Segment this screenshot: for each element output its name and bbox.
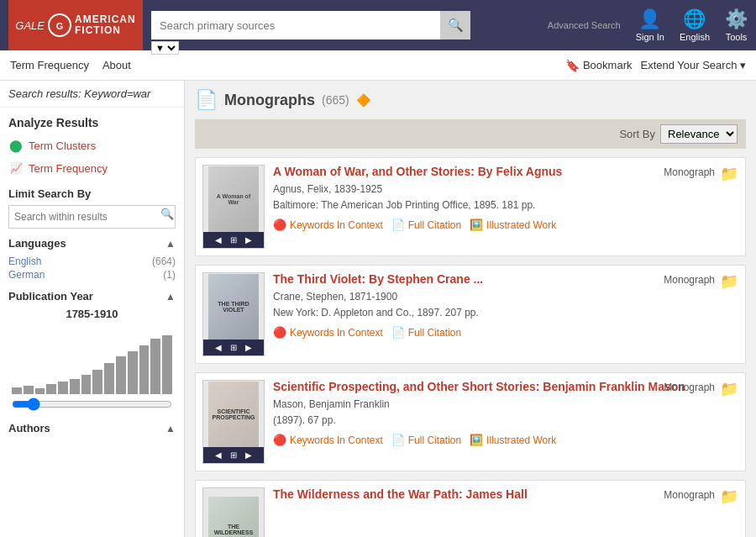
result-meta-1: Agnus, Felix, 1839-1925 Baltimore: The A… [273, 182, 738, 213]
search-dropdown: ▼ [151, 41, 179, 55]
result-meta-line2-3: (1897). 67 pp. [273, 413, 738, 429]
citation-action-1[interactable]: 📄 Full Citation [391, 218, 461, 231]
search-dropdown-select[interactable]: ▼ [151, 41, 179, 55]
chart-bar [128, 351, 138, 394]
chart-bar [92, 370, 102, 394]
rss-icon[interactable]: 🔶 [356, 93, 370, 107]
logo-line2: FICTION [75, 25, 136, 36]
languages-section: Languages ▲ English (664) German (1) [8, 237, 176, 282]
thumb-controls-1: ◀ ⊞ ▶ [203, 232, 264, 248]
chart-bar [58, 382, 68, 394]
languages-header: Languages ▲ [8, 237, 176, 250]
english-label: English [680, 32, 710, 42]
search-results-prefix: Search results: Keyword= [8, 87, 133, 100]
document-icon: 📄 [195, 89, 218, 111]
result-actions-1: 🔴 Keywords In Context 📄 Full Citation 🖼️… [273, 218, 738, 231]
citation-action-2[interactable]: 📄 Full Citation [391, 326, 461, 339]
chart-bar [46, 384, 56, 394]
prev-thumb-btn-1[interactable]: ◀ [213, 234, 224, 245]
term-clusters-icon: ⬤ [8, 138, 24, 153]
next-thumb-btn-2[interactable]: ▶ [243, 342, 255, 353]
search-box: 🔍 ▼ [151, 11, 470, 39]
lang-german-count: (1) [163, 269, 176, 281]
term-clusters-label: Term Clusters [29, 140, 96, 152]
prev-thumb-btn-2[interactable]: ◀ [213, 342, 224, 353]
folder-icon-3[interactable]: 📁 [720, 380, 738, 398]
keywords-label-1: Keywords In Context [290, 219, 383, 231]
term-frequency-item[interactable]: 📈 Term Frequency [8, 159, 176, 177]
folder-icon-4[interactable]: 📁 [720, 487, 738, 506]
search-within-wrap: 🔍 [8, 205, 176, 229]
main-layout: Search results: Keyword=war Analyze Resu… [0, 81, 756, 537]
chart-bar [139, 345, 150, 394]
user-icon: 👤 [638, 8, 661, 30]
grid-thumb-btn-1[interactable]: ⊞ [228, 234, 239, 245]
illustrated-icon-3: 🖼️ [470, 434, 483, 446]
term-clusters-item[interactable]: ⬤ Term Clusters [8, 136, 176, 155]
gear-icon: ⚙️ [725, 8, 748, 30]
section-title: Monographs [224, 92, 315, 109]
folder-icon-1[interactable]: 📁 [720, 165, 738, 183]
illustrated-label-3: Illustrated Work [486, 434, 556, 446]
illustrated-action-3[interactable]: 🖼️ Illustrated Work [470, 434, 556, 446]
pub-year-section: Publication Year ▲ 1785-1910 [8, 290, 176, 413]
illustrated-action-1[interactable]: 🖼️ Illustrated Work [470, 218, 556, 231]
keywords-action-3[interactable]: 🔴 Keywords In Context [273, 434, 383, 446]
year-slider[interactable] [12, 397, 172, 411]
thumb-image-2: THE THIRD VIOLET [203, 273, 264, 340]
globe-icon: 🌐 [683, 8, 706, 30]
nav-right: 🔖 Bookmark Extend Your Search ▾ [565, 59, 746, 72]
nav-about[interactable]: About [102, 59, 131, 71]
lang-english-link[interactable]: English [8, 255, 41, 267]
prev-thumb-btn-3[interactable]: ◀ [213, 450, 224, 461]
search-input[interactable] [151, 11, 470, 39]
keywords-action-2[interactable]: 🔴 Keywords In Context [273, 326, 383, 339]
result-meta-line1-1: Agnus, Felix, 1839-1925 [273, 182, 738, 197]
result-thumbnail-3: SCIENTIFIC PROSPECTING ◀ ⊞ ▶ [202, 380, 265, 464]
result-actions-3: 🔴 Keywords In Context 📄 Full Citation 🖼️… [273, 434, 738, 446]
logo-gale-text: GALE [15, 19, 45, 32]
search-results-label: Search results: Keyword=war [0, 81, 184, 108]
nav-term-frequency[interactable]: Term Frequency [10, 59, 89, 71]
extend-search-button[interactable]: Extend Your Search ▾ [640, 59, 746, 71]
language-button[interactable]: 🌐 English [680, 8, 710, 42]
result-type-4: Monograph [664, 489, 715, 501]
section-header: 📄 Monographs (665) 🔶 [195, 89, 746, 111]
citation-action-3[interactable]: 📄 Full Citation [391, 434, 461, 446]
advanced-search-link[interactable]: Advanced Search [548, 20, 621, 30]
search-button[interactable]: 🔍 [440, 11, 470, 39]
tools-button[interactable]: ⚙️ Tools [725, 8, 748, 42]
chart-bar [70, 379, 80, 394]
sort-bar: Sort By Relevance Date Title Author [195, 119, 746, 149]
extend-search-label: Extend Your Search ▾ [640, 59, 746, 71]
next-thumb-btn-1[interactable]: ▶ [243, 234, 255, 245]
search-within-input[interactable] [8, 205, 176, 229]
content-inner: 📄 Monographs (665) 🔶 Sort By Relevance D… [185, 81, 756, 537]
pub-year-toggle[interactable]: ▲ [165, 291, 176, 303]
pub-year-chart [8, 327, 176, 394]
lang-german-link[interactable]: German [8, 269, 45, 281]
authors-header: Authors ▲ [8, 422, 176, 434]
grid-thumb-btn-3[interactable]: ⊞ [228, 450, 239, 461]
result-actions-2: 🔴 Keywords In Context 📄 Full Citation [273, 326, 738, 339]
sort-label: Sort By [619, 128, 655, 140]
app-header: GALE G AMERICAN FICTION 🔍 ▼ [0, 0, 756, 50]
citation-icon-1: 📄 [391, 218, 405, 231]
sort-select[interactable]: Relevance Date Title Author [660, 124, 738, 144]
thumb-image-3: SCIENTIFIC PROSPECTING [203, 381, 264, 447]
keywords-action-1[interactable]: 🔴 Keywords In Context [273, 218, 383, 231]
grid-thumb-btn-2[interactable]: ⊞ [228, 342, 239, 353]
result-item-2: THE THIRD VIOLET ◀ ⊞ ▶ The Third Violet:… [195, 265, 746, 364]
search-within-button[interactable]: 🔍 [160, 208, 174, 220]
languages-toggle[interactable]: ▲ [165, 238, 176, 250]
svg-text:G: G [56, 21, 64, 31]
sidebar: Search results: Keyword=war Analyze Resu… [0, 81, 185, 537]
bookmark-button[interactable]: 🔖 Bookmark [565, 59, 633, 72]
chart-bar [150, 339, 160, 394]
sign-in-button[interactable]: 👤 Sign In [636, 8, 664, 42]
result-meta-line2-2: New York: D. Appleton and Co., 1897. 207… [273, 305, 738, 321]
next-thumb-btn-3[interactable]: ▶ [243, 450, 255, 461]
result-thumbnail-1: A Woman of War ◀ ⊞ ▶ [202, 165, 265, 249]
folder-icon-2[interactable]: 📁 [720, 272, 738, 291]
authors-toggle[interactable]: ▲ [165, 423, 176, 434]
